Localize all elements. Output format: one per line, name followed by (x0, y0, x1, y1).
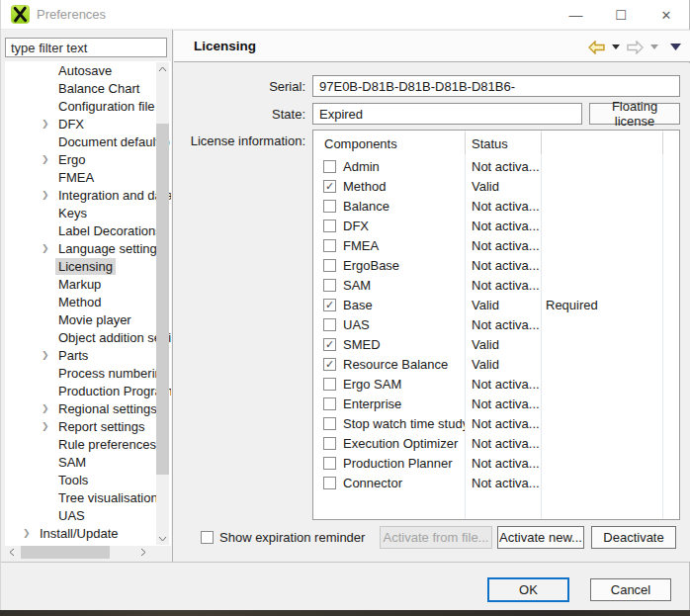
table-row[interactable]: SAMNot activa... (313, 275, 679, 295)
tree-item-uas[interactable]: UAS (5, 506, 171, 524)
tree-item-language-settings[interactable]: ❯Language settings (5, 239, 171, 257)
component-checkbox[interactable] (323, 200, 336, 213)
component-checkbox[interactable] (323, 437, 336, 450)
tree-item-label-decorations[interactable]: Label Decorations (5, 221, 171, 239)
table-row[interactable]: ✓BaseValidRequired (313, 295, 679, 314)
license-table: Components Status AdminNot activa...✓Met… (312, 130, 680, 520)
table-row[interactable]: BalanceNot activa... (313, 196, 679, 216)
tree-item-markup[interactable]: Markup (5, 275, 171, 293)
tree-item-rule-preferences[interactable]: Rule preferences (5, 435, 171, 453)
tree-item-integration-and-data[interactable]: ❯Integration and data (5, 186, 171, 204)
forward-dropdown-icon[interactable] (650, 44, 658, 49)
component-status: Not activa... (465, 377, 541, 392)
component-checkbox[interactable] (323, 220, 336, 232)
expand-chevron-icon[interactable]: ❯ (42, 239, 55, 257)
tree-vertical-scrollbar[interactable] (156, 62, 169, 545)
expand-chevron-icon[interactable]: ❯ (42, 150, 55, 168)
minimize-button[interactable]: — (553, 0, 598, 30)
maximize-button[interactable]: ☐ (598, 0, 644, 30)
state-field[interactable] (312, 103, 582, 125)
scroll-right-icon[interactable] (136, 546, 149, 559)
table-row[interactable]: Stop watch time studyNot activa... (313, 413, 679, 433)
tree-item-configuration-file-lo[interactable]: Configuration file lo (5, 97, 171, 115)
tree-item-fmea[interactable]: FMEA (5, 168, 171, 186)
table-row[interactable]: FMEANot activa... (313, 235, 679, 255)
component-checkbox[interactable] (323, 160, 336, 173)
table-row[interactable]: ErgoBaseNot activa... (313, 255, 679, 275)
component-checkbox[interactable] (323, 378, 336, 391)
tree-item-licensing[interactable]: Licensing (5, 257, 171, 275)
expand-chevron-icon[interactable]: ❯ (42, 417, 55, 435)
component-checkbox[interactable] (323, 239, 336, 252)
show-expiration-reminder[interactable]: Show expiration reminder (201, 530, 365, 545)
component-cell: Enterprise (313, 396, 465, 411)
deactivate-button[interactable]: Deactivate (591, 526, 676, 549)
tree-hscrollbar-thumb[interactable] (21, 546, 110, 559)
table-row[interactable]: Ergo SAMNot activa... (313, 374, 679, 394)
table-row[interactable]: ✓SMEDValid (313, 334, 679, 354)
tree-item-parts[interactable]: ❯Parts (5, 346, 171, 364)
tree-scrollbar-thumb[interactable] (156, 124, 169, 475)
floating-license-button[interactable]: Floating license (589, 103, 680, 125)
expand-chevron-icon[interactable]: ❯ (42, 346, 55, 364)
tree-item-method[interactable]: Method (5, 293, 171, 310)
tree-item-movie-player[interactable]: Movie player (5, 310, 171, 328)
table-row[interactable]: DFXNot activa... (313, 216, 679, 235)
tree-item-process-numbering-w[interactable]: Process numbering w (5, 364, 171, 382)
forward-arrow-icon[interactable] (626, 41, 645, 54)
show-expiration-checkbox[interactable] (201, 531, 214, 544)
tree-item-object-addition-setti[interactable]: Object addition setti (5, 328, 171, 346)
scroll-left-icon[interactable] (5, 546, 18, 559)
tree-item-document-default-p[interactable]: Document default p (5, 132, 171, 150)
tree-item-label: Method (55, 294, 104, 310)
component-checkbox[interactable]: ✓ (323, 358, 336, 371)
table-row[interactable]: ConnectorNot activa... (313, 473, 679, 492)
back-dropdown-icon[interactable] (612, 44, 620, 49)
tree-item-keys[interactable]: Keys (5, 204, 171, 221)
scroll-up-icon[interactable] (156, 62, 169, 75)
tree-item-regional-settings[interactable]: ❯Regional settings (5, 399, 171, 417)
component-checkbox[interactable] (323, 397, 336, 410)
expand-chevron-icon[interactable]: ❯ (42, 115, 55, 132)
table-row[interactable]: AdminNot activa... (313, 156, 679, 176)
component-checkbox[interactable] (323, 477, 336, 489)
tree-item-tree-visualisations[interactable]: Tree visualisations (5, 488, 171, 506)
tree-item-dfx[interactable]: ❯DFX (5, 115, 171, 132)
component-cell: FMEA (313, 238, 465, 253)
table-row[interactable]: EnterpriseNot activa... (313, 394, 679, 413)
component-checkbox[interactable] (323, 279, 336, 292)
component-checkbox[interactable]: ✓ (323, 299, 336, 311)
table-row[interactable]: Production PlannerNot activa... (313, 453, 679, 473)
table-row[interactable]: ✓MethodValid (313, 176, 679, 196)
tree-item-tools[interactable]: Tools (5, 471, 171, 488)
tree-item-autosave[interactable]: Autosave (5, 61, 171, 79)
component-checkbox[interactable] (323, 318, 336, 331)
ok-button[interactable]: OK (487, 577, 569, 602)
tree-item-install-update[interactable]: ❯Install/Update (5, 524, 171, 542)
expand-chevron-icon[interactable]: ❯ (42, 186, 55, 204)
view-menu-icon[interactable] (670, 44, 681, 50)
close-button[interactable]: ✕ (644, 0, 689, 30)
expand-chevron-icon[interactable]: ❯ (42, 399, 55, 417)
component-checkbox[interactable] (323, 259, 336, 272)
tree-horizontal-scrollbar[interactable] (5, 546, 151, 559)
tree-item-production-program[interactable]: Production Program (5, 382, 171, 399)
component-checkbox[interactable]: ✓ (323, 338, 336, 351)
cancel-button[interactable]: Cancel (590, 578, 671, 601)
tree-item-balance-chart[interactable]: Balance Chart (5, 79, 171, 97)
serial-field[interactable] (312, 75, 680, 97)
table-row[interactable]: ✓Resource BalanceValid (313, 354, 679, 374)
expand-chevron-icon[interactable]: ❯ (23, 524, 37, 542)
filter-input[interactable] (5, 38, 167, 57)
tree-item-sam[interactable]: SAM (5, 453, 171, 471)
table-row[interactable]: UASNot activa... (313, 314, 679, 334)
scroll-down-icon[interactable] (156, 532, 169, 545)
tree-item-report-settings[interactable]: ❯Report settings (5, 417, 171, 435)
component-checkbox[interactable]: ✓ (323, 180, 336, 193)
tree-item-ergo[interactable]: ❯Ergo (5, 150, 171, 168)
table-row[interactable]: Execution OptimizerNot activa... (313, 433, 679, 453)
component-checkbox[interactable] (323, 417, 336, 430)
activate-new-button[interactable]: Activate new... (497, 526, 584, 549)
back-arrow-icon[interactable] (587, 41, 606, 54)
component-checkbox[interactable] (323, 457, 336, 470)
